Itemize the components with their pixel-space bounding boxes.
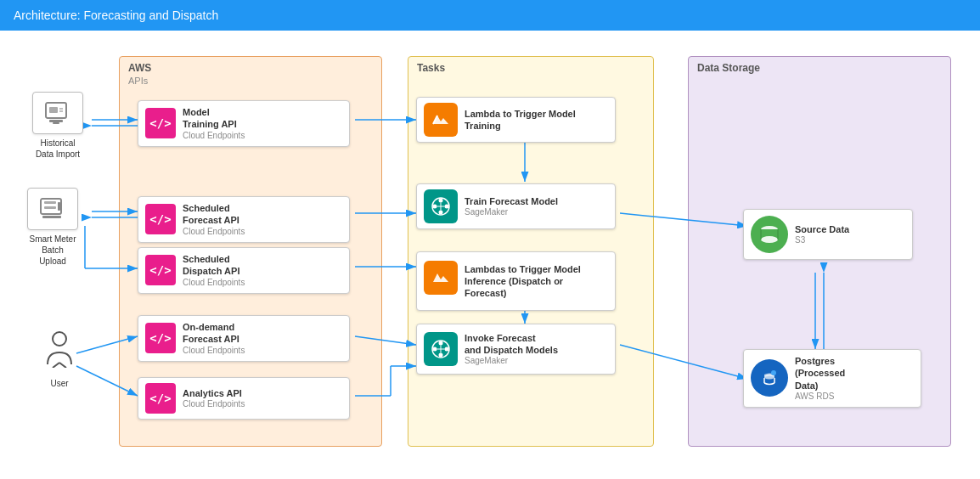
svg-line-36 (59, 363, 66, 368)
historical-data-import-icon (32, 92, 83, 134)
svg-rect-24 (49, 120, 63, 122)
svg-point-48 (445, 347, 449, 352)
storage-region-label: Data Storage (697, 62, 760, 74)
postgres-rds-node: Postgres(ProcessedData) AWS RDS (743, 349, 921, 408)
user-label: User (50, 378, 68, 389)
svg-rect-25 (53, 122, 59, 124)
svg-rect-32 (44, 206, 56, 209)
train-forecast-model-node: Train Forecast Model SageMaker (416, 183, 616, 229)
model-training-api-sub: Cloud Endpoints (183, 131, 245, 141)
svg-rect-30 (42, 216, 61, 218)
svg-point-57 (771, 370, 776, 375)
svg-line-35 (53, 363, 59, 368)
analytics-api-icon: </> (145, 383, 176, 414)
scheduled-forecast-api-sub: Cloud Endpoints (183, 227, 245, 237)
svg-rect-31 (44, 201, 56, 204)
source-data-s3-sub: S3 (795, 235, 849, 245)
postgres-rds-icon (751, 359, 788, 397)
source-data-s3-node: Source Data S3 (743, 209, 913, 260)
model-training-api-title: ModelTraining API (183, 106, 245, 131)
svg-rect-26 (49, 107, 58, 113)
train-forecast-model-sub: SageMaker (465, 207, 558, 217)
invoke-forecast-dispatch-node: Invoke Forecastand Dispatch Models SageM… (416, 324, 616, 375)
smart-meter-batch-upload-label: Smart MeterBatchUpload (29, 234, 76, 267)
postgres-rds-sub: AWS RDS (795, 392, 845, 402)
scheduled-forecast-api-icon: </> (145, 204, 176, 234)
scheduled-dispatch-api-sub: Cloud Endpoints (183, 278, 245, 288)
model-training-api-node: </> ModelTraining API Cloud Endpoints (138, 100, 350, 147)
historical-data-import-node: HistoricalData Import (24, 92, 92, 160)
lambda-trigger-training-node: Lambda to Trigger ModelTraining (416, 97, 616, 143)
lambda-trigger-inference-icon (424, 261, 458, 295)
train-forecast-model-title: Train Forecast Model (465, 195, 558, 207)
svg-point-34 (53, 332, 66, 346)
invoke-forecast-dispatch-title: Invoke Forecastand Dispatch Models (465, 332, 558, 357)
invoke-forecast-dispatch-icon (424, 332, 458, 366)
scheduled-forecast-api-title: ScheduledForecast API (183, 202, 245, 227)
user-node: User (25, 324, 93, 389)
invoke-forecast-dispatch-sub: SageMaker (465, 356, 558, 366)
lambda-trigger-training-icon (424, 103, 458, 137)
on-demand-forecast-api-sub: Cloud Endpoints (183, 346, 245, 356)
on-demand-forecast-api-title: On-demandForecast API (183, 321, 245, 346)
svg-point-40 (433, 205, 437, 209)
apis-sublabel: APIs (128, 76, 148, 86)
lambda-trigger-inference-title: Lambdas to Trigger ModelInference (Dispa… (465, 263, 581, 300)
model-training-api-icon: </> (145, 108, 176, 138)
svg-point-46 (439, 353, 443, 358)
analytics-api-node: </> Analytics API Cloud Endpoints (138, 377, 350, 420)
train-forecast-model-icon (424, 189, 458, 223)
on-demand-forecast-api-icon: </> (145, 323, 176, 353)
lambda-trigger-training-title: Lambda to Trigger ModelTraining (465, 108, 576, 132)
smart-meter-batch-upload-node: Smart MeterBatchUpload (19, 188, 87, 267)
lambda-trigger-inference-node: Lambdas to Trigger ModelInference (Dispa… (416, 251, 616, 311)
scheduled-dispatch-api-icon: </> (145, 255, 176, 285)
aws-region-label: AWS (128, 62, 151, 74)
svg-point-45 (439, 341, 443, 346)
svg-point-39 (439, 211, 443, 215)
source-data-s3-title: Source Data (795, 223, 849, 235)
svg-point-38 (439, 199, 443, 203)
on-demand-forecast-api-node: </> On-demandForecast API Cloud Endpoint… (138, 315, 350, 362)
historical-data-import-label: HistoricalData Import (36, 138, 80, 160)
smart-meter-icon (27, 188, 78, 230)
analytics-api-sub: Cloud Endpoints (183, 399, 245, 409)
svg-point-47 (433, 347, 437, 352)
tasks-region-label: Tasks (417, 62, 445, 74)
svg-point-53 (761, 236, 778, 243)
analytics-api-title: Analytics API (183, 387, 245, 399)
svg-point-41 (445, 205, 449, 209)
scheduled-forecast-api-node: </> ScheduledForecast API Cloud Endpoint… (138, 196, 350, 243)
header: Architecture: Forecasting and Dispatch (0, 0, 980, 31)
scheduled-dispatch-api-node: </> ScheduledDispatch API Cloud Endpoint… (138, 247, 350, 294)
svg-rect-33 (58, 202, 60, 211)
scheduled-dispatch-api-title: ScheduledDispatch API (183, 253, 245, 278)
postgres-rds-title: Postgres(ProcessedData) (795, 355, 845, 392)
source-data-s3-icon (751, 216, 788, 253)
